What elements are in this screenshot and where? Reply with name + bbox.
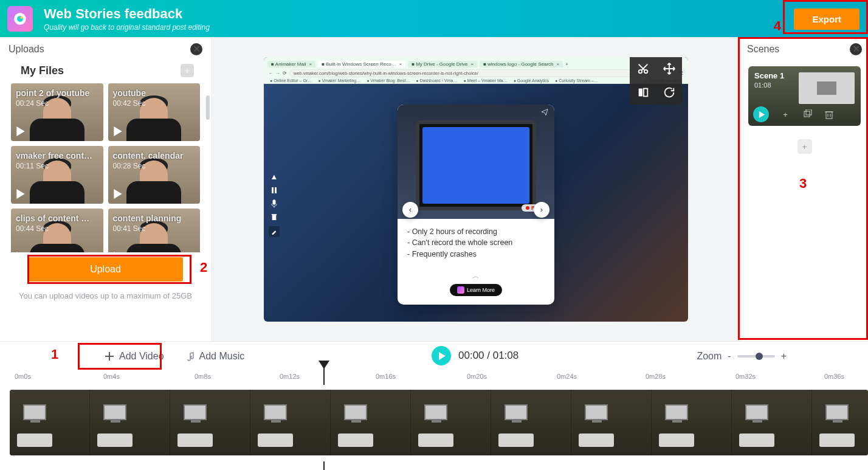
add-folder-button[interactable]: + [181, 64, 194, 77]
music-icon [185, 351, 195, 361]
file-tile[interactable]: content planning 00:41 Sec [108, 209, 201, 252]
zoom-control: Zoom - + [697, 351, 853, 362]
app-header: Web Stories feedback Quality will go bac… [0, 0, 868, 37]
close-uploads-icon[interactable]: ✕ [190, 43, 202, 55]
ruler-tick: 0m0s [15, 373, 31, 380]
add-video-button[interactable]: Add Video [105, 351, 164, 362]
browser-tab: ■Animaker Mail× [267, 61, 315, 67]
share-icon [541, 108, 548, 116]
scenes-title: Scenes [747, 44, 779, 55]
add-scene-button[interactable]: + [797, 139, 812, 154]
upload-button[interactable]: Upload [29, 257, 183, 282]
clip-frame [652, 390, 732, 455]
close-scenes-icon[interactable]: ✕ [850, 43, 862, 55]
story-prev-button[interactable]: ‹ [402, 202, 418, 218]
clip-frame [491, 390, 571, 455]
play-icon[interactable] [16, 189, 26, 199]
timeline-clip[interactable]: 01:08 [10, 390, 868, 455]
story-text: - Only 2 hours of recording - Can't reco… [398, 219, 554, 271]
web-story-card: REC - Only 2 hours of recording - Can't … [398, 105, 554, 305]
file-title: content planning [113, 213, 182, 223]
zoom-in-button[interactable]: + [781, 351, 787, 362]
browser-tab: ■windows logo - Google Search× [480, 61, 563, 67]
cut-icon[interactable] [630, 57, 656, 81]
arrow-up-icon: ▲ [270, 173, 278, 181]
play-icon[interactable] [113, 252, 123, 252]
play-icon[interactable] [16, 126, 26, 136]
file-tile[interactable]: vmaker free cont… 00:11 Sec [11, 146, 103, 204]
bookmark-item: ● Meet – Vmaker Ma… [463, 78, 507, 83]
play-icon[interactable] [16, 252, 26, 252]
learn-more-button: Learn More [450, 284, 502, 296]
bookmark-item: ● Dashboard ‹ Vma… [416, 78, 457, 83]
clip-frame [732, 390, 812, 455]
preview-area: ■Animaker Mail×■Built-in Windows Screen … [212, 37, 740, 341]
file-title: vmaker free cont… [16, 151, 92, 161]
new-tab-icon: + [565, 61, 568, 67]
upload-hint: You can upload videos up to a maximum of… [0, 291, 211, 300]
file-grid: point 2 of youtube 00:24 Sec youtube 00:… [0, 83, 211, 252]
file-duration: 00:44 Sec [16, 224, 49, 233]
ruler-tick: 0m20s [467, 373, 487, 380]
file-title: point 2 of youtube [16, 88, 89, 98]
split-icon[interactable] [630, 81, 656, 105]
clip-frame [250, 390, 331, 455]
file-tile[interactable]: content. calendar 00:28 Sec [108, 146, 201, 204]
clip-frame [90, 390, 170, 455]
my-files-label: My Files [21, 64, 64, 77]
header-title: Web Stories feedback [44, 6, 210, 22]
browser-tab: ■Built-in Windows Screen Reco…× [318, 61, 405, 67]
uploads-title: Uploads [9, 44, 44, 55]
move-icon[interactable] [656, 57, 682, 81]
bookmark-item: ● Vmaker Marketing… [318, 78, 360, 83]
export-button[interactable]: Export [794, 9, 859, 30]
svg-rect-15 [826, 112, 832, 119]
file-title: clips of content … [16, 213, 89, 223]
play-icon[interactable] [113, 126, 123, 136]
file-tile[interactable]: point 2 of youtube 00:24 Sec [11, 83, 103, 141]
scene-delete-icon[interactable] [824, 109, 835, 120]
svg-rect-14 [806, 109, 811, 115]
plus-icon [105, 351, 114, 361]
file-duration: 00:42 Sec [113, 99, 146, 108]
ruler-tick: 0m24s [557, 373, 577, 380]
uploads-panel: Uploads ✕ My Files + point 2 of youtube … [0, 37, 212, 341]
file-duration: 00:24 Sec [16, 99, 49, 108]
svg-rect-11 [638, 89, 642, 97]
nav-back-icon: ← [269, 71, 274, 76]
zoom-out-button[interactable]: - [728, 351, 731, 362]
timeline-play-button[interactable] [432, 346, 451, 365]
file-duration: 00:41 Sec [113, 224, 146, 233]
scene-card[interactable]: Scene 1 01:08 + [748, 66, 861, 126]
ruler-tick: 0m8s [195, 373, 211, 380]
pause-icon [270, 186, 278, 195]
zoom-slider[interactable] [737, 355, 775, 358]
clip-frame [331, 390, 411, 455]
mic-icon [270, 199, 278, 208]
file-duration: 00:28 Sec [113, 162, 146, 170]
laptop-illustration [416, 120, 536, 210]
annotation-number-1: 1 [51, 347, 58, 362]
browser-tab: ■My Drive - Google Drive× [408, 61, 477, 67]
ruler-tick: 0m36s [824, 373, 844, 380]
scene-add-icon[interactable]: + [780, 109, 791, 120]
chevron-up-icon: ︿ [398, 271, 554, 282]
file-tile[interactable]: youtube 00:42 Sec [108, 83, 201, 141]
app-logo [7, 6, 33, 32]
file-tile[interactable]: clips of content … 00:44 Sec [11, 209, 103, 252]
rotate-icon[interactable] [656, 81, 682, 105]
story-next-button[interactable]: › [534, 202, 549, 218]
scene-duplicate-icon[interactable] [802, 109, 813, 120]
add-music-button[interactable]: Add Music [185, 351, 245, 362]
svg-rect-4 [275, 187, 277, 193]
url-bar: web.vmaker.com/blog/web-stories/why-buil… [289, 69, 677, 77]
play-icon[interactable] [113, 189, 123, 199]
scenes-panel: Scenes ✕ Scene 1 01:08 + + 3 [740, 37, 868, 341]
scrollbar[interactable] [206, 95, 210, 120]
scene-play-button[interactable] [753, 106, 769, 122]
svg-rect-7 [272, 215, 277, 219]
ruler-tick: 0m32s [735, 373, 756, 380]
scene-thumbnail [799, 72, 855, 104]
video-preview[interactable]: ■Animaker Mail×■Built-in Windows Screen … [264, 57, 688, 322]
svg-rect-12 [643, 89, 647, 97]
